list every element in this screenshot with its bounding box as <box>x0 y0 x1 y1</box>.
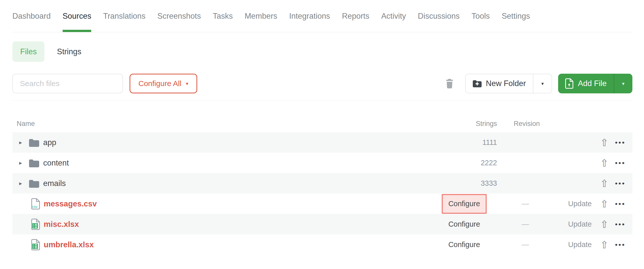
tab-settings[interactable]: Settings <box>502 11 530 32</box>
strings-count: 1111 <box>482 138 497 147</box>
new-folder-dropdown[interactable]: ▾ <box>533 74 552 93</box>
project-nav: Dashboard Sources Translations Screensho… <box>12 0 632 32</box>
table-row-file-umbrella-xlsx: umbrella.xlsx Configure — Update ⇧ ••• <box>12 234 632 255</box>
active-tab-underline <box>63 30 91 32</box>
upload-icon[interactable]: ⇧ <box>600 198 609 209</box>
file-name-link[interactable]: umbrella.xlsx <box>44 240 94 249</box>
revision-empty: — <box>508 200 543 208</box>
files-table: Name Strings Revision ▸ app 1111 ⇧ ••• <box>12 101 632 255</box>
folder-name-link[interactable]: emails <box>43 179 66 188</box>
tab-screenshots[interactable]: Screenshots <box>157 11 201 32</box>
trash-icon <box>445 78 454 89</box>
tab-members[interactable]: Members <box>245 11 277 32</box>
expand-caret-icon[interactable]: ▸ <box>17 160 29 166</box>
tab-discussions[interactable]: Discussions <box>418 11 460 32</box>
folder-name-link[interactable]: content <box>43 158 69 168</box>
table-row-file-misc-xlsx: misc.xlsx Configure — Update ⇧ ••• <box>12 214 632 234</box>
tab-reports[interactable]: Reports <box>342 11 369 32</box>
chevron-down-icon: ▾ <box>186 81 188 87</box>
table-row-folder-content: ▸ content 2222 ⇧ ••• <box>12 153 632 173</box>
upload-icon[interactable]: ⇧ <box>600 239 609 250</box>
xlsx-file-icon <box>31 219 40 230</box>
more-actions-icon[interactable]: ••• <box>615 200 625 208</box>
chevron-down-icon: ▾ <box>622 81 625 87</box>
add-file-dropdown[interactable]: ▾ <box>614 74 632 93</box>
column-header-revision: Revision <box>508 120 543 128</box>
xlsx-file-icon <box>31 239 40 251</box>
column-header-strings: Strings <box>431 120 497 128</box>
folder-icon <box>29 138 39 147</box>
strings-count: 3333 <box>481 179 497 187</box>
folder-icon <box>29 179 39 188</box>
configure-link[interactable]: Configure <box>448 200 480 208</box>
chevron-down-icon: ▾ <box>541 81 544 87</box>
upload-icon[interactable]: ⇧ <box>600 219 609 230</box>
tab-tasks[interactable]: Tasks <box>213 11 233 32</box>
new-folder-split-button: New Folder ▾ <box>465 74 552 93</box>
sources-page: Dashboard Sources Translations Screensho… <box>0 0 644 255</box>
folder-icon <box>29 159 39 167</box>
update-link[interactable]: Update <box>568 200 592 208</box>
files-toolbar: Configure All ▾ New Folder ▾ <box>12 74 632 93</box>
table-row-file-messages-csv: csv messages.csv Configure — Update ⇧ ••… <box>12 194 632 214</box>
update-link[interactable]: Update <box>568 220 592 228</box>
strings-count: 2222 <box>481 159 497 167</box>
csv-file-icon: csv <box>31 198 40 210</box>
toggle-files[interactable]: Files <box>12 41 44 62</box>
new-folder-button[interactable]: New Folder <box>466 74 533 93</box>
revision-empty: — <box>508 240 543 249</box>
add-file-button[interactable]: Add File <box>558 74 614 93</box>
configure-button-highlight: Configure <box>442 194 487 214</box>
more-actions-icon[interactable]: ••• <box>615 159 625 167</box>
expand-caret-icon[interactable]: ▸ <box>17 139 29 146</box>
file-name-link[interactable]: misc.xlsx <box>44 220 79 229</box>
configure-link[interactable]: Configure <box>448 220 480 228</box>
more-actions-icon[interactable]: ••• <box>615 241 625 249</box>
folder-name-link[interactable]: app <box>43 138 56 147</box>
more-actions-icon[interactable]: ••• <box>615 179 625 187</box>
toggle-strings[interactable]: Strings <box>57 47 81 56</box>
svg-text:csv: csv <box>32 205 37 209</box>
folder-plus-icon <box>473 80 482 87</box>
expand-caret-icon[interactable]: ▸ <box>17 180 29 187</box>
file-name-link[interactable]: messages.csv <box>44 199 97 208</box>
tab-translations[interactable]: Translations <box>103 11 145 32</box>
tab-sources[interactable]: Sources <box>63 11 91 32</box>
upload-icon[interactable]: ⇧ <box>600 137 609 148</box>
revision-empty: — <box>508 220 543 228</box>
more-actions-icon[interactable]: ••• <box>615 220 625 228</box>
more-actions-icon[interactable]: ••• <box>615 139 625 146</box>
configure-all-button[interactable]: Configure All ▾ <box>130 74 197 93</box>
table-row-folder-emails: ▸ emails 3333 ⇧ ••• <box>12 173 632 194</box>
tab-integrations[interactable]: Integrations <box>289 11 330 32</box>
file-upload-icon <box>565 78 574 89</box>
table-header: Name Strings Revision <box>12 101 632 132</box>
upload-icon[interactable]: ⇧ <box>600 157 609 169</box>
update-link[interactable]: Update <box>568 240 592 249</box>
delete-button[interactable] <box>445 78 454 89</box>
column-header-name: Name <box>12 120 431 128</box>
tab-tools[interactable]: Tools <box>472 11 490 32</box>
tab-dashboard[interactable]: Dashboard <box>12 11 51 32</box>
add-file-split-button: Add File ▾ <box>558 74 632 93</box>
configure-link[interactable]: Configure <box>448 240 480 249</box>
tab-activity[interactable]: Activity <box>381 11 406 32</box>
table-row-folder-app: ▸ app 1111 ⇧ ••• <box>12 132 632 153</box>
view-toggle: Files Strings <box>12 41 632 62</box>
upload-icon[interactable]: ⇧ <box>600 178 609 189</box>
search-input[interactable] <box>12 74 123 93</box>
